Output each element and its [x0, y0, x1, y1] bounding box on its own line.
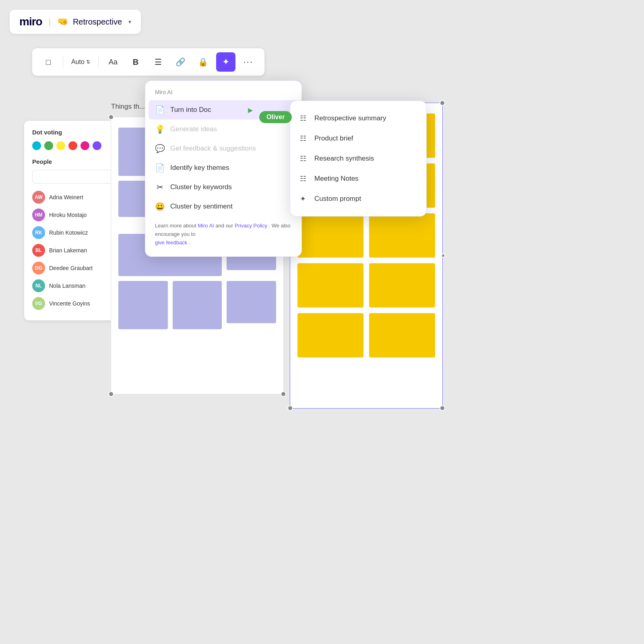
board-icon: 🤜 — [57, 17, 68, 27]
custom-prompt-option[interactable]: ✦ Custom prompt — [290, 189, 426, 209]
more-options-button[interactable]: ··· — [239, 52, 258, 72]
document-icon: 📄 — [155, 105, 165, 115]
cluster-sentiment-button[interactable]: 😀 Cluster by sentiment — [145, 197, 301, 216]
avatar: NL — [32, 279, 45, 292]
privacy-policy-link[interactable]: Privacy Policy — [235, 223, 267, 229]
turn-into-doc-label: Turn into Doc — [170, 106, 211, 114]
footer-text-4: . — [189, 239, 190, 246]
meeting-notes-option[interactable]: ☷ Meeting Notes — [290, 169, 426, 189]
font-icon: Aa — [109, 58, 118, 66]
research-synthesis-option[interactable]: ☷ Research synthesis — [290, 149, 426, 169]
play-icon: ▶ — [248, 106, 253, 114]
scissors-icon: ✂ — [155, 182, 165, 192]
cluster-keywords-label: Cluster by keywords — [170, 183, 232, 191]
resize-handle-bl[interactable] — [287, 405, 293, 411]
person-name: Deedee Graubart — [49, 265, 93, 271]
separator: | — [49, 17, 51, 27]
person-name: Hiroku Mostajo — [49, 212, 87, 218]
sticky-note-blue[interactable] — [227, 281, 276, 323]
toolbar-divider-2 — [98, 56, 99, 68]
doc-icon: ☷ — [300, 154, 309, 163]
person-name: Rubin Kotowicz — [49, 229, 88, 236]
oliver-badge: Oliver — [259, 111, 292, 123]
lock-button[interactable]: 🔒 — [194, 52, 213, 72]
avatar: VG — [32, 297, 45, 310]
link-icon: 🔗 — [175, 57, 186, 67]
doc-icon: ☷ — [300, 134, 309, 143]
blue-frame-title: Things th... — [111, 103, 145, 111]
custom-prompt-label: Custom prompt — [314, 195, 361, 203]
top-bar: miro | 🤜 Retrospective ▾ — [10, 10, 141, 34]
sticky-note-yellow[interactable] — [369, 263, 435, 308]
get-feedback-label: Get feedback & suggestions — [170, 144, 256, 153]
meeting-notes-label: Meeting Notes — [314, 175, 359, 183]
auto-size-button[interactable]: Auto ⇅ — [68, 58, 93, 66]
sticky-note-yellow[interactable] — [369, 213, 435, 258]
bold-button[interactable]: B — [126, 52, 145, 72]
ai-footer: Learn more about Miro AI and our Privacy… — [145, 216, 301, 248]
dot-yellow — [56, 141, 65, 150]
turn-into-doc-submenu: ☷ Retrospective summary ☷ Product brief … — [290, 101, 427, 217]
sticky-note-blue[interactable] — [173, 281, 222, 329]
canvas: Dot voting People 🔍 AW Adria Weinert HM … — [0, 0, 644, 644]
sentiment-icon: 😀 — [155, 202, 165, 211]
person-name: Adria Weinert — [49, 194, 83, 200]
sticky-note-yellow[interactable] — [297, 263, 363, 308]
lock-icon: 🔒 — [198, 57, 208, 67]
cluster-keywords-button[interactable]: ✂ Cluster by keywords — [145, 178, 301, 197]
lightbulb-icon: 💡 — [155, 124, 165, 134]
retrospective-summary-option[interactable]: ☷ Retrospective summary — [290, 108, 426, 128]
link-button[interactable]: 🔗 — [171, 52, 190, 72]
product-brief-label: Product brief — [314, 134, 353, 142]
resize-handle-tl[interactable] — [108, 114, 114, 120]
resize-handle-tr[interactable] — [440, 100, 445, 106]
identify-themes-label: Identify key themes — [170, 164, 229, 172]
miro-ai-popup: Miro AI 📄 Turn into Doc ▶ › 💡 Generate i… — [145, 80, 302, 257]
sticky-note-icon: □ — [46, 58, 51, 67]
align-button[interactable]: ☰ — [149, 52, 168, 72]
footer-text-1: Learn more about — [155, 223, 198, 229]
resize-handle-bl[interactable] — [108, 391, 114, 397]
auto-label: Auto — [71, 58, 85, 66]
dot-red — [68, 141, 77, 150]
themes-icon: 📄 — [155, 163, 165, 173]
up-down-arrows-icon: ⇅ — [86, 59, 90, 65]
ai-popup-header: Miro AI — [145, 89, 301, 100]
dot-pink — [80, 141, 89, 150]
person-name: Nola Lansman — [49, 283, 85, 289]
miro-ai-link[interactable]: Miro AI — [198, 223, 214, 229]
more-dots-icon: ··· — [244, 57, 253, 67]
board-title[interactable]: Retrospective — [73, 17, 122, 27]
sticky-note-blue[interactable] — [118, 281, 168, 329]
doc-icon: ☷ — [300, 114, 309, 123]
dot-purple — [93, 141, 101, 150]
align-icon: ☰ — [155, 57, 162, 67]
sticky-note-yellow[interactable] — [369, 313, 435, 357]
person-name: Vincente Goyins — [49, 300, 90, 307]
avatar: DG — [32, 262, 45, 275]
font-button[interactable]: Aa — [103, 52, 123, 72]
magic-button[interactable]: ✦ — [216, 52, 235, 72]
give-feedback-link[interactable]: give feedback — [155, 239, 187, 246]
get-feedback-button[interactable]: 💬 Get feedback & suggestions — [145, 139, 301, 158]
avatar: RK — [32, 226, 45, 239]
feedback-icon: 💬 — [155, 144, 165, 153]
avatar: BL — [32, 244, 45, 257]
research-synthesis-label: Research synthesis — [314, 155, 374, 163]
resize-handle-mr[interactable] — [441, 254, 445, 258]
sticky-note-button[interactable]: □ — [39, 52, 58, 72]
sparkle-small-icon: ✦ — [300, 194, 309, 203]
avatar: AW — [32, 191, 45, 204]
identify-themes-button[interactable]: 📄 Identify key themes — [145, 158, 301, 178]
sticky-note-yellow[interactable] — [297, 213, 363, 258]
product-brief-option[interactable]: ☷ Product brief — [290, 128, 426, 149]
bold-icon: B — [133, 58, 138, 67]
avatar: HM — [32, 208, 45, 221]
sticky-note-yellow[interactable] — [297, 313, 363, 357]
dot-cyan — [32, 141, 41, 150]
person-name: Brian Lakeman — [49, 247, 87, 254]
chevron-down-icon[interactable]: ▾ — [128, 19, 131, 25]
resize-handle-br[interactable] — [281, 391, 286, 397]
resize-handle-br[interactable] — [440, 405, 445, 411]
toolbar-divider — [63, 56, 63, 68]
